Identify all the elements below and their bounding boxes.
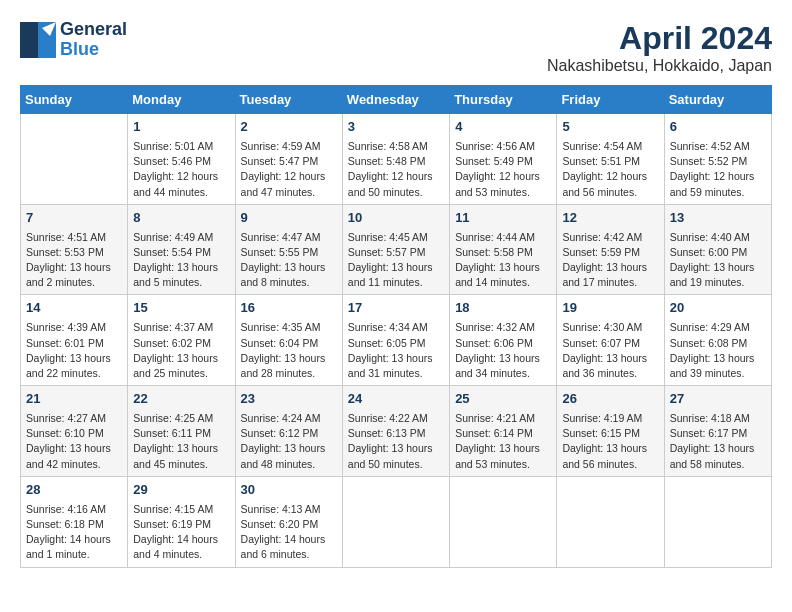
- cell-info: Sunrise: 4:54 AM Sunset: 5:51 PM Dayligh…: [562, 139, 658, 200]
- calendar-cell: 29Sunrise: 4:15 AM Sunset: 6:19 PM Dayli…: [128, 476, 235, 567]
- calendar-cell: 12Sunrise: 4:42 AM Sunset: 5:59 PM Dayli…: [557, 204, 664, 295]
- cell-info: Sunrise: 4:15 AM Sunset: 6:19 PM Dayligh…: [133, 502, 229, 563]
- cell-info: Sunrise: 4:35 AM Sunset: 6:04 PM Dayligh…: [241, 320, 337, 381]
- logo-line1: General: [60, 20, 127, 40]
- calendar-cell: 8Sunrise: 4:49 AM Sunset: 5:54 PM Daylig…: [128, 204, 235, 295]
- cell-info: Sunrise: 5:01 AM Sunset: 5:46 PM Dayligh…: [133, 139, 229, 200]
- calendar-cell: [664, 476, 771, 567]
- day-number: 23: [241, 390, 337, 409]
- cell-info: Sunrise: 4:59 AM Sunset: 5:47 PM Dayligh…: [241, 139, 337, 200]
- cell-info: Sunrise: 4:30 AM Sunset: 6:07 PM Dayligh…: [562, 320, 658, 381]
- calendar-cell: 10Sunrise: 4:45 AM Sunset: 5:57 PM Dayli…: [342, 204, 449, 295]
- calendar-cell: 9Sunrise: 4:47 AM Sunset: 5:55 PM Daylig…: [235, 204, 342, 295]
- day-number: 12: [562, 209, 658, 228]
- cell-info: Sunrise: 4:45 AM Sunset: 5:57 PM Dayligh…: [348, 230, 444, 291]
- day-number: 9: [241, 209, 337, 228]
- day-number: 18: [455, 299, 551, 318]
- calendar-cell: 11Sunrise: 4:44 AM Sunset: 5:58 PM Dayli…: [450, 204, 557, 295]
- day-number: 28: [26, 481, 122, 500]
- cell-info: Sunrise: 4:52 AM Sunset: 5:52 PM Dayligh…: [670, 139, 766, 200]
- day-number: 6: [670, 118, 766, 137]
- calendar-cell: 21Sunrise: 4:27 AM Sunset: 6:10 PM Dayli…: [21, 386, 128, 477]
- day-number: 4: [455, 118, 551, 137]
- cell-info: Sunrise: 4:13 AM Sunset: 6:20 PM Dayligh…: [241, 502, 337, 563]
- calendar-cell: 19Sunrise: 4:30 AM Sunset: 6:07 PM Dayli…: [557, 295, 664, 386]
- cell-info: Sunrise: 4:39 AM Sunset: 6:01 PM Dayligh…: [26, 320, 122, 381]
- calendar-cell: 17Sunrise: 4:34 AM Sunset: 6:05 PM Dayli…: [342, 295, 449, 386]
- calendar-cell: 6Sunrise: 4:52 AM Sunset: 5:52 PM Daylig…: [664, 114, 771, 205]
- calendar-cell: 30Sunrise: 4:13 AM Sunset: 6:20 PM Dayli…: [235, 476, 342, 567]
- day-number: 15: [133, 299, 229, 318]
- cell-info: Sunrise: 4:32 AM Sunset: 6:06 PM Dayligh…: [455, 320, 551, 381]
- day-number: 3: [348, 118, 444, 137]
- calendar-cell: 13Sunrise: 4:40 AM Sunset: 6:00 PM Dayli…: [664, 204, 771, 295]
- cell-info: Sunrise: 4:58 AM Sunset: 5:48 PM Dayligh…: [348, 139, 444, 200]
- cell-info: Sunrise: 4:56 AM Sunset: 5:49 PM Dayligh…: [455, 139, 551, 200]
- calendar-cell: [342, 476, 449, 567]
- day-number: 26: [562, 390, 658, 409]
- cell-info: Sunrise: 4:34 AM Sunset: 6:05 PM Dayligh…: [348, 320, 444, 381]
- cell-info: Sunrise: 4:18 AM Sunset: 6:17 PM Dayligh…: [670, 411, 766, 472]
- calendar-cell: 7Sunrise: 4:51 AM Sunset: 5:53 PM Daylig…: [21, 204, 128, 295]
- day-number: 19: [562, 299, 658, 318]
- cell-info: Sunrise: 4:25 AM Sunset: 6:11 PM Dayligh…: [133, 411, 229, 472]
- main-title: April 2024: [547, 20, 772, 57]
- page-header: General Blue April 2024 Nakashibetsu, Ho…: [20, 20, 772, 75]
- subtitle: Nakashibetsu, Hokkaido, Japan: [547, 57, 772, 75]
- title-section: April 2024 Nakashibetsu, Hokkaido, Japan: [547, 20, 772, 75]
- cell-info: Sunrise: 4:29 AM Sunset: 6:08 PM Dayligh…: [670, 320, 766, 381]
- day-number: 29: [133, 481, 229, 500]
- day-header-friday: Friday: [557, 86, 664, 114]
- svg-rect-0: [20, 22, 38, 58]
- day-number: 24: [348, 390, 444, 409]
- cell-info: Sunrise: 4:19 AM Sunset: 6:15 PM Dayligh…: [562, 411, 658, 472]
- day-header-saturday: Saturday: [664, 86, 771, 114]
- cell-info: Sunrise: 4:37 AM Sunset: 6:02 PM Dayligh…: [133, 320, 229, 381]
- day-number: 13: [670, 209, 766, 228]
- day-number: 11: [455, 209, 551, 228]
- day-header-monday: Monday: [128, 86, 235, 114]
- cell-info: Sunrise: 4:47 AM Sunset: 5:55 PM Dayligh…: [241, 230, 337, 291]
- cell-info: Sunrise: 4:42 AM Sunset: 5:59 PM Dayligh…: [562, 230, 658, 291]
- day-number: 17: [348, 299, 444, 318]
- day-number: 21: [26, 390, 122, 409]
- day-header-sunday: Sunday: [21, 86, 128, 114]
- day-number: 27: [670, 390, 766, 409]
- cell-info: Sunrise: 4:21 AM Sunset: 6:14 PM Dayligh…: [455, 411, 551, 472]
- day-number: 5: [562, 118, 658, 137]
- calendar-cell: 27Sunrise: 4:18 AM Sunset: 6:17 PM Dayli…: [664, 386, 771, 477]
- day-header-tuesday: Tuesday: [235, 86, 342, 114]
- day-number: 14: [26, 299, 122, 318]
- cell-info: Sunrise: 4:24 AM Sunset: 6:12 PM Dayligh…: [241, 411, 337, 472]
- day-number: 20: [670, 299, 766, 318]
- day-number: 7: [26, 209, 122, 228]
- calendar-cell: 4Sunrise: 4:56 AM Sunset: 5:49 PM Daylig…: [450, 114, 557, 205]
- day-number: 22: [133, 390, 229, 409]
- calendar-cell: 26Sunrise: 4:19 AM Sunset: 6:15 PM Dayli…: [557, 386, 664, 477]
- calendar-cell: 24Sunrise: 4:22 AM Sunset: 6:13 PM Dayli…: [342, 386, 449, 477]
- day-number: 30: [241, 481, 337, 500]
- day-number: 10: [348, 209, 444, 228]
- calendar-cell: 2Sunrise: 4:59 AM Sunset: 5:47 PM Daylig…: [235, 114, 342, 205]
- cell-info: Sunrise: 4:40 AM Sunset: 6:00 PM Dayligh…: [670, 230, 766, 291]
- cell-info: Sunrise: 4:27 AM Sunset: 6:10 PM Dayligh…: [26, 411, 122, 472]
- calendar-cell: 20Sunrise: 4:29 AM Sunset: 6:08 PM Dayli…: [664, 295, 771, 386]
- calendar-cell: 16Sunrise: 4:35 AM Sunset: 6:04 PM Dayli…: [235, 295, 342, 386]
- calendar-cell: 1Sunrise: 5:01 AM Sunset: 5:46 PM Daylig…: [128, 114, 235, 205]
- day-number: 16: [241, 299, 337, 318]
- calendar-cell: [21, 114, 128, 205]
- calendar-cell: [450, 476, 557, 567]
- day-number: 1: [133, 118, 229, 137]
- day-number: 2: [241, 118, 337, 137]
- cell-info: Sunrise: 4:49 AM Sunset: 5:54 PM Dayligh…: [133, 230, 229, 291]
- calendar-table: SundayMondayTuesdayWednesdayThursdayFrid…: [20, 85, 772, 568]
- calendar-cell: 22Sunrise: 4:25 AM Sunset: 6:11 PM Dayli…: [128, 386, 235, 477]
- calendar-cell: 25Sunrise: 4:21 AM Sunset: 6:14 PM Dayli…: [450, 386, 557, 477]
- logo-line2: Blue: [60, 40, 127, 60]
- day-number: 8: [133, 209, 229, 228]
- calendar-cell: 15Sunrise: 4:37 AM Sunset: 6:02 PM Dayli…: [128, 295, 235, 386]
- calendar-cell: 5Sunrise: 4:54 AM Sunset: 5:51 PM Daylig…: [557, 114, 664, 205]
- cell-info: Sunrise: 4:22 AM Sunset: 6:13 PM Dayligh…: [348, 411, 444, 472]
- cell-info: Sunrise: 4:16 AM Sunset: 6:18 PM Dayligh…: [26, 502, 122, 563]
- day-header-wednesday: Wednesday: [342, 86, 449, 114]
